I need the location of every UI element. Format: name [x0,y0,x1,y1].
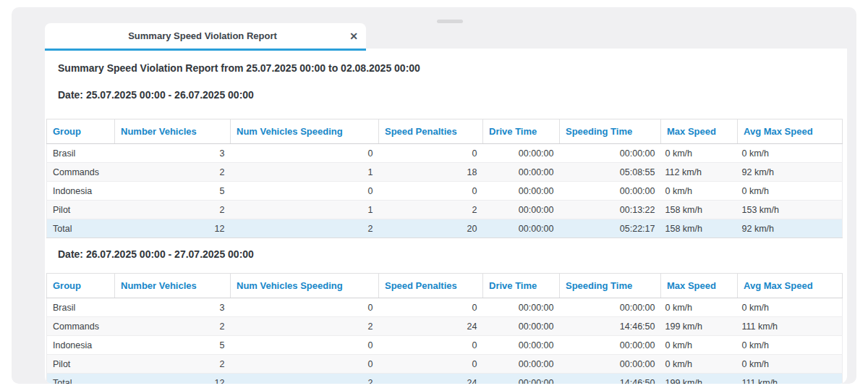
table-cell: 111 km/h [738,317,843,336]
table-cell: 0 km/h [738,336,843,355]
table-cell: 92 km/h [738,163,843,182]
column-header: Num Vehicles Speeding [231,119,379,144]
table-cell: 0 [231,144,379,163]
table-cell: 0 [379,336,483,355]
column-header: Speed Penalties [379,274,483,298]
table-cell: 00:00:00 [483,355,560,374]
column-header: Number Vehicles [115,119,231,144]
table-cell: 00:00:00 [560,182,661,201]
column-header: Speeding Time [560,274,661,298]
table-cell: 153 km/h [738,201,843,219]
report-table: GroupNumber VehiclesNum Vehicles Speedin… [46,119,843,238]
table-cell: 0 km/h [661,144,738,163]
section-date-heading: Date: 25.07.2025 00:00 - 26.07.2025 00:0… [58,89,847,101]
table-cell: 00:00:00 [483,163,560,182]
group-cell: Brasil [47,144,115,163]
drag-handle [437,20,463,23]
table-cell: 1 [231,163,379,182]
table-cell: 1 [231,201,379,219]
column-header: Speeding Time [560,119,661,144]
table-cell: 0 [379,144,483,163]
table-cell: 2 [231,317,379,336]
table-cell: 00:00:00 [560,298,661,317]
column-header: Avg Max Speed [738,274,843,298]
table-cell: 00:00:00 [483,336,560,355]
column-header: Drive Time [483,274,560,298]
table-cell: 2 [231,219,379,238]
close-icon[interactable]: ✕ [341,30,366,42]
table-cell: 00:00:00 [483,219,560,238]
header-row: GroupNumber VehiclesNum Vehicles Speedin… [47,119,843,144]
group-cell: Indonesia [47,182,115,201]
table-cell: 0 km/h [661,355,738,374]
table-cell: 0 [231,336,379,355]
report-section: Date: 25.07.2025 00:00 - 26.07.2025 00:0… [45,89,847,238]
total-row: Total1222000:00:0005:22:17158 km/h92 km/… [47,219,843,238]
column-header: Drive Time [483,119,560,144]
column-header: Num Vehicles Speeding [231,274,379,298]
table-cell: 14:46:50 [560,317,661,336]
table-cell: 199 km/h [661,374,738,384]
column-header: Max Speed [661,274,738,298]
table-cell: 00:00:00 [483,182,560,201]
group-cell: Total [47,219,115,238]
table-cell: 5 [115,336,231,355]
group-cell: Pilot [47,201,115,219]
table-cell: 0 [231,182,379,201]
table-cell: 2 [231,374,379,384]
table-cell: 00:00:00 [483,201,560,219]
table-cell: 92 km/h [738,219,843,238]
table-row: Pilot21200:00:0000:13:22158 km/h153 km/h [47,201,843,219]
table-row: Commands222400:00:0014:46:50199 km/h111 … [47,317,843,336]
table-cell: 0 km/h [738,355,843,374]
report-panel: Summary Speed Violation Report from 25.0… [45,49,847,384]
table-cell: 18 [379,163,483,182]
table-row: Indonesia50000:00:0000:00:000 km/h0 km/h [47,182,843,201]
column-header: Number Vehicles [115,274,231,298]
table-row: Brasil30000:00:0000:00:000 km/h0 km/h [47,298,843,317]
table-cell: 112 km/h [661,163,738,182]
report-window-card: Summary Speed Violation Report ✕ Summary… [12,7,856,384]
table-cell: 00:00:00 [560,144,661,163]
table-cell: 2 [115,355,231,374]
active-tab-underline [45,49,366,51]
column-header: Max Speed [661,119,738,144]
table-cell: 00:00:00 [560,355,661,374]
table-cell: 24 [379,374,483,384]
column-header: Group [47,119,115,144]
table-cell: 2 [115,201,231,219]
group-cell: Commands [47,317,115,336]
table-cell: 5 [115,182,231,201]
group-cell: Indonesia [47,336,115,355]
table-row: Commands211800:00:0005:08:55112 km/h92 k… [47,163,843,182]
table-cell: 00:00:00 [483,317,560,336]
table-cell: 14:46:50 [560,374,661,384]
table-cell: 0 km/h [661,298,738,317]
table-cell: 158 km/h [661,201,738,219]
table-cell: 12 [115,374,231,384]
table-cell: 05:22:17 [560,219,661,238]
column-header: Speed Penalties [379,119,483,144]
tab-summary-speed-violation-report[interactable]: Summary Speed Violation Report ✕ [45,23,366,49]
total-row: Total1222400:00:0014:46:50199 km/h111 km… [47,374,843,384]
column-header: Group [47,274,115,298]
section-date-heading: Date: 26.07.2025 00:00 - 27.07.2025 00:0… [58,248,847,260]
table-cell: 0 km/h [738,182,843,201]
table-cell: 00:00:00 [483,374,560,384]
table-cell: 24 [379,317,483,336]
table-cell: 0 [379,355,483,374]
table-cell: 0 km/h [738,144,843,163]
report-table: GroupNumber VehiclesNum Vehicles Speedin… [46,273,843,384]
table-cell: 00:13:22 [560,201,661,219]
table-cell: 0 km/h [661,336,738,355]
table-cell: 12 [115,219,231,238]
table-cell: 158 km/h [661,219,738,238]
table-row: Brasil30000:00:0000:00:000 km/h0 km/h [47,144,843,163]
tab-label: Summary Speed Violation Report [45,30,341,41]
table-cell: 0 [231,355,379,374]
table-cell: 0 km/h [738,298,843,317]
table-cell: 111 km/h [738,374,843,384]
table-row: Pilot20000:00:0000:00:000 km/h0 km/h [47,355,843,374]
table-cell: 00:00:00 [483,144,560,163]
group-cell: Total [47,374,115,384]
